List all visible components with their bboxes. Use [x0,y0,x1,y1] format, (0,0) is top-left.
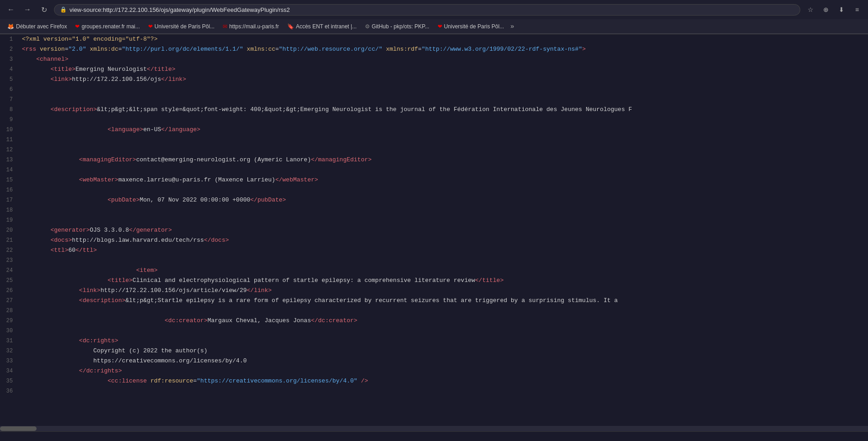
line-number: 5 [0,74,18,85]
line-number: 18 [0,205,18,215]
line-content: <cc:license rdf:resource="https://creati… [18,376,868,386]
star-button[interactable]: ☆ [804,3,817,16]
line-content: <docs>http://blogs.law.harvard.edu/tech/… [18,235,868,245]
line-number: 2 [0,44,18,54]
source-line: 11 [0,135,868,145]
line-content: <webMaster>maxence.larrieu@u-paris.fr (M… [18,175,868,185]
line-number: 10 [0,125,18,135]
line-content: <dc:rights> [18,336,868,346]
mail-icon: ✉ [223,23,227,30]
line-content: <language>en-US</language> [18,125,868,135]
line-content: <rss version="2.0" xmlns:dc="http://purl… [18,44,868,54]
line-number: 34 [0,366,18,376]
firefox-icon: 🦊 [7,23,14,30]
source-line: 34 </dc:rights> [0,366,868,376]
heart-icon-2: ❤ [148,23,153,30]
source-viewer: 1<?xml version="1.0" encoding="utf-8"?>2… [0,34,868,431]
line-content: <managingEditor>contact@emerging-neurolo… [18,155,868,165]
line-content [18,326,868,336]
line-number: 27 [0,296,18,306]
source-line: 7 [0,95,868,105]
refresh-button[interactable]: ↻ [38,3,50,16]
source-line: 20 <generator>OJS 3.3.0.8</generator> [0,225,868,235]
bookmarks-bar: 🦊 Débuter avec Firefox ❤ groupes.renater… [0,19,868,34]
source-line: 32 Copyright (c) 2022 the author(s) [0,346,868,356]
source-line: 35 <cc:license rdf:resource="https://cre… [0,376,868,386]
line-content: <channel> [18,54,868,64]
line-content: <description>&lt;p&gt;Startle epilepsy i… [18,296,868,306]
line-content [18,255,868,266]
line-content [18,165,868,175]
line-content: <title>Emerging Neurologist</title> [18,64,868,74]
scrollbar-area[interactable] [0,426,868,431]
download-button[interactable]: ⬇ [835,3,848,16]
source-line: 36 [0,386,868,396]
menu-button[interactable]: ≡ [851,3,863,16]
line-number: 31 [0,336,18,346]
line-content: <dc:creator>Margaux Cheval, Jacques Jona… [18,316,868,326]
address-text: view-source:http://172.22.100.156/ojs/ga… [70,6,794,13]
source-line: 3 <channel> [0,54,868,64]
line-number: 11 [0,135,18,145]
line-number: 28 [0,306,18,316]
source-line: 31 <dc:rights> [0,336,868,346]
line-content [18,85,868,95]
source-line: 27 <description>&lt;p&gt;Startle epileps… [0,296,868,306]
source-line: 6 [0,85,868,95]
line-number: 16 [0,185,18,195]
source-line: 29 <dc:creator>Margaux Cheval, Jacques J… [0,316,868,326]
bookmark-groupes[interactable]: ❤ groupes.renater.fr mai... [71,22,143,31]
line-content [18,306,868,316]
line-content [18,185,868,195]
line-number: 8 [0,105,18,115]
bookmark-mail[interactable]: ✉ https://mail.u-paris.fr [219,22,283,31]
line-number: 23 [0,255,18,266]
source-line: 8 <description>&lt;p&gt;&lt;span style=&… [0,105,868,115]
address-bar[interactable]: 🔒 view-source:http://172.22.100.156/ojs/… [54,4,800,16]
bookmark-paris1[interactable]: ❤ Université de Paris Pôl... [145,22,218,31]
source-lines: 1<?xml version="1.0" encoding="utf-8"?>2… [0,34,868,396]
ent-icon: 🔖 [287,23,294,30]
source-line: 28 [0,306,868,316]
bookmarks-more[interactable]: » [510,23,514,30]
line-number: 13 [0,155,18,165]
line-number: 9 [0,115,18,125]
source-line: 2<rss version="2.0" xmlns:dc="http://pur… [0,44,868,54]
line-number: 24 [0,266,18,276]
scrollbar-thumb[interactable] [0,426,37,431]
source-line: 17 <pubDate>Mon, 07 Nov 2022 00:00:00 +0… [0,195,868,205]
line-number: 3 [0,54,18,64]
line-number: 15 [0,175,18,185]
shield-button[interactable]: ⊕ [820,3,832,16]
line-content: Copyright (c) 2022 the author(s) [18,346,868,356]
bookmark-github[interactable]: ⚙ GitHub - pkp/ots: PKP... [361,22,433,31]
line-number: 35 [0,376,18,386]
status-bar [0,431,868,441]
line-number: 6 [0,85,18,95]
line-content: <title>Clinical and electrophysiological… [18,276,868,286]
forward-button[interactable]: → [21,3,34,16]
bookmark-firefox[interactable]: 🦊 Débuter avec Firefox [4,22,70,31]
line-content [18,95,868,105]
source-line: 21 <docs>http://blogs.law.harvard.edu/te… [0,235,868,245]
source-line: 25 <title>Clinical and electrophysiologi… [0,276,868,286]
line-number: 4 [0,64,18,74]
bookmark-github-label: GitHub - pkp/ots: PKP... [372,23,429,30]
line-content: https://creativecommons.org/licenses/by/… [18,356,868,366]
bookmark-groupes-label: groupes.renater.fr mai... [81,23,139,30]
bookmark-paris2[interactable]: ❤ Université de Paris Pôl... [434,22,508,31]
line-number: 20 [0,225,18,235]
bookmark-ent-label: Accès ENT et intranet |... [296,23,357,30]
github-icon: ⚙ [365,23,370,30]
bookmark-paris2-label: Université de Paris Pôl... [444,23,504,30]
bookmark-ent[interactable]: 🔖 Accès ENT et intranet |... [284,22,360,31]
line-number: 32 [0,346,18,356]
line-content: <description>&lt;p&gt;&lt;span style=&qu… [18,105,868,115]
back-button[interactable]: ← [5,3,17,16]
lock-icon: 🔒 [60,6,67,13]
line-content: <item> [18,266,868,276]
source-line: 5 <link>http://172.22.100.156/ojs</link> [0,74,868,85]
line-number: 7 [0,95,18,105]
line-number: 21 [0,235,18,245]
heart-icon-1: ❤ [75,23,80,30]
